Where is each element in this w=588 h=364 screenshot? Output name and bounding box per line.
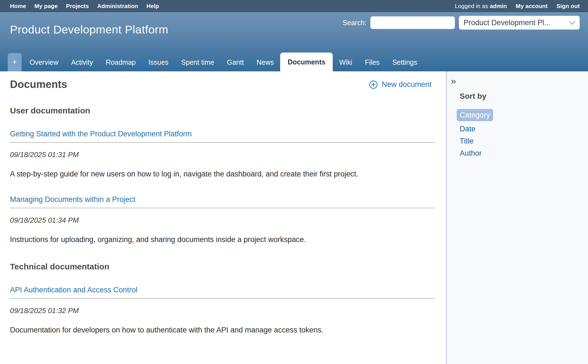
- document-title-row: API Authentication and Access Control: [10, 286, 435, 299]
- topbar-account-area: Logged in as admin My account Sign out: [455, 3, 580, 9]
- document-entry: API Authentication and Access Control 09…: [10, 286, 435, 337]
- sidebar: » Sort by Category Date Title Author: [446, 71, 588, 364]
- collapse-sidebar-icon[interactable]: »: [451, 75, 456, 86]
- category-heading-technical-documentation: Technical documentation: [10, 262, 435, 271]
- tab-add[interactable]: +: [8, 53, 22, 71]
- document-description: Instructions for uploading, organizing, …: [10, 233, 433, 246]
- chevron-down-icon: [569, 21, 576, 25]
- search-area: Search: Product Development Pl...: [343, 16, 580, 30]
- document-title-row: Getting Started with the Product Develop…: [10, 130, 435, 143]
- document-description: Documentation for developers on how to a…: [10, 323, 433, 337]
- sort-option-author[interactable]: Author: [460, 149, 482, 157]
- tab-news[interactable]: News: [250, 53, 280, 71]
- tab-issues[interactable]: Issues: [142, 53, 175, 71]
- category-heading-user-documentation: User documentation: [10, 106, 435, 115]
- tab-gantt[interactable]: Gantt: [221, 53, 250, 71]
- document-link[interactable]: Getting Started with the Product Develop…: [10, 130, 192, 138]
- menu-home[interactable]: Home: [10, 3, 26, 9]
- tab-overview[interactable]: Overview: [23, 53, 65, 71]
- project-select[interactable]: Product Development Pl...: [459, 16, 580, 30]
- sort-option-category[interactable]: Category: [457, 109, 493, 121]
- logged-in-status: Logged in as admin: [455, 3, 507, 9]
- tab-settings[interactable]: Settings: [386, 53, 423, 71]
- project-tabs: + Overview Activity Roadmap Issues Spent…: [8, 53, 588, 71]
- content-area: Documents New document User documentatio…: [0, 71, 588, 364]
- sort-option-date[interactable]: Date: [460, 125, 475, 133]
- logged-in-username: admin: [490, 3, 507, 9]
- document-link[interactable]: API Authentication and Access Control: [10, 286, 137, 294]
- app-window: Home My page Projects Administration Hel…: [0, 0, 588, 364]
- document-link[interactable]: Managing Documents within a Project: [10, 195, 135, 204]
- tab-documents[interactable]: Documents: [280, 53, 333, 71]
- my-account-link[interactable]: My account: [516, 3, 548, 9]
- tab-activity[interactable]: Activity: [65, 53, 99, 71]
- documents-header-row: Documents New document: [10, 79, 435, 90]
- document-date: 09/18/2025 01:32 PM: [10, 306, 435, 315]
- document-entry: Getting Started with the Product Develop…: [10, 130, 435, 181]
- project-header: Product Development Platform Search: Pro…: [0, 12, 588, 71]
- menu-administration[interactable]: Administration: [97, 3, 138, 9]
- topbar-menu: Home My page Projects Administration Hel…: [10, 3, 159, 9]
- tab-roadmap[interactable]: Roadmap: [99, 53, 142, 71]
- topbar: Home My page Projects Administration Hel…: [0, 0, 588, 12]
- search-label: Search:: [343, 19, 366, 27]
- new-document-button[interactable]: New document: [369, 80, 431, 89]
- sort-by-heading: Sort by: [460, 92, 580, 101]
- document-date: 09/18/2025 01:31 PM: [10, 150, 435, 159]
- document-description: A step-by-step guide for new users on ho…: [10, 167, 433, 181]
- page-title: Product Development Platform: [10, 23, 168, 36]
- sort-option-title[interactable]: Title: [460, 137, 473, 145]
- document-title-row: Managing Documents within a Project: [10, 195, 435, 208]
- menu-help[interactable]: Help: [146, 3, 159, 9]
- plus-circle-icon: [369, 80, 378, 89]
- document-date: 09/18/2025 01:34 PM: [10, 216, 435, 225]
- menu-projects[interactable]: Projects: [66, 3, 89, 9]
- documents-heading: Documents: [10, 79, 67, 90]
- documents-main: Documents New document User documentatio…: [0, 71, 446, 364]
- tab-wiki[interactable]: Wiki: [333, 53, 358, 71]
- tab-spent-time[interactable]: Spent time: [175, 53, 221, 71]
- sort-options-list: Category Date Title Author: [460, 109, 580, 160]
- search-input[interactable]: [370, 16, 455, 29]
- document-entry: Managing Documents within a Project 09/1…: [10, 195, 435, 246]
- project-select-value: Product Development Pl...: [464, 19, 550, 27]
- tab-files[interactable]: Files: [359, 53, 386, 71]
- menu-my-page[interactable]: My page: [34, 3, 58, 9]
- new-document-label: New document: [382, 80, 431, 89]
- sort-panel: Sort by Category Date Title Author: [447, 86, 588, 160]
- sign-out-link[interactable]: Sign out: [556, 3, 580, 9]
